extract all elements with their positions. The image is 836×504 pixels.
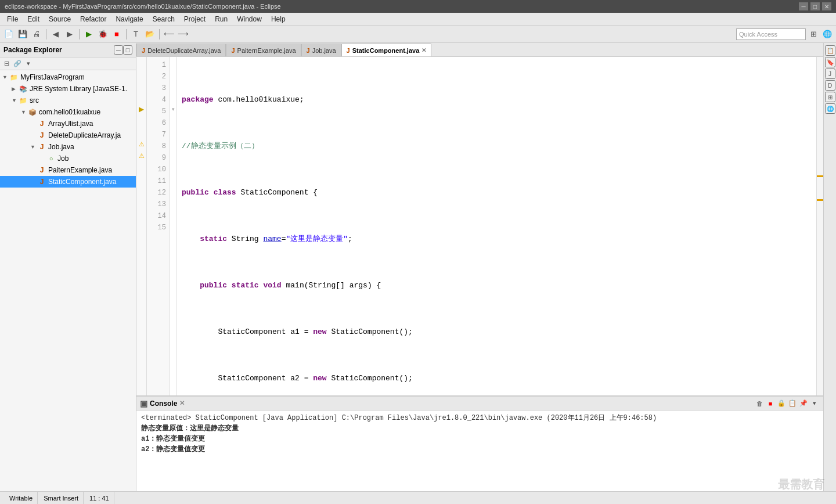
tab-close-button[interactable]: ✕ bbox=[421, 47, 426, 53]
sidebar-maximize-button[interactable]: □ bbox=[123, 45, 132, 55]
forward-button[interactable]: ⟶ bbox=[176, 28, 189, 41]
fold-5[interactable]: ▾ bbox=[170, 103, 176, 115]
menu-search[interactable]: Search bbox=[148, 14, 179, 24]
fold-6 bbox=[170, 115, 176, 127]
menu-project[interactable]: Project bbox=[179, 14, 210, 24]
console-title-area: ▣ Console ✕ bbox=[140, 399, 751, 408]
menu-navigate[interactable]: Navigate bbox=[111, 14, 147, 24]
tree-item-paitern[interactable]: J PaiternExample.java bbox=[0, 164, 136, 176]
print-button[interactable]: 🖨 bbox=[30, 28, 43, 41]
status-insert-mode: Smart Insert bbox=[39, 492, 84, 504]
marker-4 bbox=[136, 92, 146, 103]
fold-14 bbox=[170, 208, 176, 219]
tree-item-jre[interactable]: ▶ 📚 JRE System Library [JavaSE-1. bbox=[0, 83, 136, 95]
tree-item-package[interactable]: ▼ 📦 com.hello01kuaixue bbox=[0, 106, 136, 118]
new-button[interactable]: 📄 bbox=[2, 28, 15, 41]
sidebar-view-menu-button[interactable]: ▾ bbox=[23, 59, 34, 69]
console-icon: ▣ bbox=[140, 399, 147, 408]
tab-icon: J bbox=[231, 47, 235, 54]
tree-item-job-class[interactable]: ○ Job bbox=[0, 153, 136, 164]
tree-label-static: StaticComponent.java bbox=[48, 178, 116, 186]
back-button[interactable]: ⟵ bbox=[163, 28, 175, 41]
marker-13 bbox=[136, 196, 146, 208]
fold-7 bbox=[170, 127, 176, 138]
toolbar: 📄 💾 🖨 ◀ ▶ ▶ 🐞 ■ T 📂 ⟵ ⟶ Quick Access ⊞ 🌐 bbox=[0, 26, 836, 43]
next-edit-button[interactable]: ▶ bbox=[63, 28, 76, 41]
console-clear-button[interactable]: 🗑 bbox=[754, 398, 765, 409]
menu-file[interactable]: File bbox=[2, 14, 23, 24]
declaration-button[interactable]: D bbox=[825, 80, 835, 91]
quick-access-label: Quick Access bbox=[739, 31, 777, 38]
tree-arrow: ▼ bbox=[21, 109, 28, 115]
console-scroll-lock-button[interactable]: 🔒 bbox=[776, 398, 787, 409]
tree-item-arrayulist[interactable]: J ArrayUlist.java bbox=[0, 118, 136, 129]
menu-help[interactable]: Help bbox=[266, 14, 290, 24]
package-icon: 📦 bbox=[28, 107, 37, 117]
fold-column: ▾ bbox=[170, 57, 177, 395]
console-stop-button[interactable]: ■ bbox=[765, 398, 776, 409]
close-button[interactable]: ✕ bbox=[822, 2, 831, 10]
fold-1 bbox=[170, 57, 176, 69]
restore-button[interactable]: □ bbox=[810, 2, 820, 10]
outline-button[interactable]: ⊞ bbox=[825, 92, 835, 102]
marker-8: ⚠ bbox=[136, 138, 146, 150]
fold-4 bbox=[170, 92, 176, 103]
code-editor[interactable]: ▶ ⚠ ⚠ 1 2 3 4 5 6 7 8 bbox=[136, 57, 823, 395]
view-button[interactable]: 🌐 bbox=[821, 28, 834, 41]
tree-item-src[interactable]: ▼ 📁 src bbox=[0, 95, 136, 106]
package-tree: ▼ 📁 MyFirstJavaProgram ▶ 📚 JRE System Li… bbox=[0, 70, 136, 491]
editor-scrollbar[interactable] bbox=[816, 57, 823, 395]
line-num-7: 7 bbox=[147, 129, 170, 141]
link-editor-button[interactable]: 🔗 bbox=[12, 59, 23, 69]
minimize-button[interactable]: ─ bbox=[799, 2, 808, 10]
menu-refactor[interactable]: Refactor bbox=[75, 14, 111, 24]
tab-paitern[interactable]: J PaiternExample.java bbox=[226, 44, 301, 56]
menu-window[interactable]: Window bbox=[232, 14, 266, 24]
code-line-3: public class StaticComponent { bbox=[182, 187, 816, 199]
tab-deletedup[interactable]: J DeleteDuplicateArray.java bbox=[136, 44, 226, 56]
menu-run[interactable]: Run bbox=[210, 14, 232, 24]
console-terminated-text: <terminated> StaticComponent [Java Appli… bbox=[141, 414, 657, 422]
tab-job[interactable]: J Job.java bbox=[301, 44, 341, 56]
window-controls: ─ □ ✕ bbox=[799, 2, 831, 10]
marker-7 bbox=[136, 127, 146, 138]
tab-icon: J bbox=[307, 47, 310, 54]
fold-11 bbox=[170, 173, 176, 185]
line-num-9: 9 bbox=[147, 152, 170, 164]
collapse-all-button[interactable]: ⊟ bbox=[1, 59, 12, 69]
status-bar: Writable Smart Insert 11 : 41 bbox=[0, 491, 836, 504]
console-copy-button[interactable]: 📋 bbox=[787, 398, 798, 409]
tree-label-job: Job.java bbox=[48, 143, 74, 151]
tree-item-project[interactable]: ▼ 📁 MyFirstJavaProgram bbox=[0, 71, 136, 83]
type-hierarchy-button[interactable]: 🌐 bbox=[825, 103, 835, 114]
tree-item-job[interactable]: ▼ J Job.java bbox=[0, 141, 136, 153]
run-button[interactable]: ▶ bbox=[82, 28, 95, 41]
marker-12 bbox=[136, 185, 146, 196]
open-resource-button[interactable]: 📂 bbox=[143, 28, 156, 41]
console-paste-button[interactable]: 📌 bbox=[798, 398, 809, 409]
javadoc-button[interactable]: J bbox=[825, 69, 835, 79]
prev-edit-button[interactable]: ◀ bbox=[49, 28, 62, 41]
tree-item-deletedup[interactable]: J DeleteDuplicateArray.ja bbox=[0, 129, 136, 141]
tab-label-job: Job.java bbox=[312, 47, 336, 54]
code-line-2: //静态变量示例（二） bbox=[182, 141, 816, 152]
save-button[interactable]: 💾 bbox=[16, 28, 29, 41]
tree-item-static[interactable]: J StaticComponent.java bbox=[0, 176, 136, 188]
quick-access-box[interactable]: Quick Access bbox=[736, 28, 806, 40]
code-line-5: public static void main(String[] args) { bbox=[182, 280, 816, 291]
menu-source[interactable]: Source bbox=[44, 14, 75, 24]
stop-button[interactable]: ■ bbox=[110, 28, 123, 41]
menu-edit[interactable]: Edit bbox=[23, 14, 44, 24]
tab-static[interactable]: J StaticComponent.java ✕ bbox=[341, 44, 432, 56]
task-list-button[interactable]: 📋 bbox=[825, 45, 835, 56]
open-type-button[interactable]: T bbox=[129, 28, 142, 41]
perspective-button[interactable]: ⊞ bbox=[807, 28, 820, 41]
right-icons-panel: 📋 🔖 J D ⊞ 🌐 bbox=[823, 43, 836, 491]
debug-button[interactable]: 🐞 bbox=[96, 28, 109, 41]
console-view-button[interactable]: ▾ bbox=[809, 398, 820, 409]
code-content[interactable]: package com.hello01kuaixue; //静态变量示例（二） … bbox=[177, 57, 816, 395]
bookmarks-button[interactable]: 🔖 bbox=[825, 57, 835, 67]
sidebar-minimize-button[interactable]: ─ bbox=[114, 45, 123, 55]
fold-2 bbox=[170, 69, 176, 80]
tree-arrow: ▼ bbox=[12, 98, 19, 103]
